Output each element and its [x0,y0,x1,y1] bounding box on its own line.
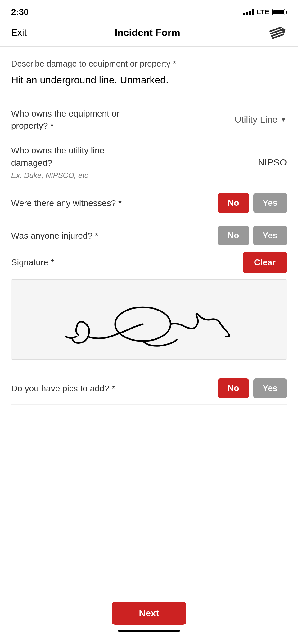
clear-button[interactable]: Clear [243,252,287,273]
injured-yes-button[interactable]: Yes [253,226,287,245]
pics-no-button[interactable]: No [218,378,249,398]
pics-yes-button[interactable]: Yes [253,378,287,398]
page-title: Incident Form [115,27,180,38]
signature-section: Signature * Clear [11,252,287,360]
witnesses-yes-button[interactable]: Yes [253,193,287,213]
lte-label: LTE [257,8,269,16]
utility-owner-label: Who owns the utility line damaged? Ex. D… [11,144,142,180]
next-button[interactable]: Next [112,602,186,625]
signature-canvas[interactable] [11,279,287,360]
who-owns-value: Utility Line [235,114,278,125]
utility-owner-value: NIPSO [258,157,287,168]
injured-btn-group: No Yes [218,226,287,245]
pics-btn-group: No Yes [218,378,287,398]
injured-row: Was anyone injured? * No Yes [11,219,287,252]
who-owns-label: Who owns the equipment or property? * [11,108,142,132]
signature-header: Signature * Clear [11,252,287,273]
home-indicator [118,630,180,632]
signature-drawing [11,280,287,359]
witnesses-row: Were there any witnesses? * No Yes [11,187,287,219]
status-time: 2:30 [11,7,29,17]
witnesses-no-button[interactable]: No [218,193,249,213]
damage-description-section: Describe damage to equipment or property… [11,59,287,86]
injured-label: Was anyone injured? * [11,230,142,242]
status-right: LTE [243,8,287,16]
signal-bars-icon [243,9,254,15]
witnesses-label: Were there any witnesses? * [11,197,142,209]
main-content: Describe damage to equipment or property… [0,47,298,467]
pics-row: Do you have pics to add? * No Yes [11,372,287,405]
utility-owner-row: Who owns the utility line damaged? Ex. D… [11,138,287,187]
form-icon [268,25,287,40]
signature-label: Signature * [11,258,54,267]
who-owns-dropdown[interactable]: Utility Line ▼ [235,114,287,125]
chevron-down-icon: ▼ [280,116,287,124]
bottom-bar: Next [0,596,298,644]
witnesses-btn-group: No Yes [218,193,287,213]
pics-label: Do you have pics to add? * [11,382,142,395]
utility-owner-sublabel: Ex. Duke, NIPSCO, etc [11,170,142,181]
who-owns-row: Who owns the equipment or property? * Ut… [11,101,287,138]
damage-label: Describe damage to equipment or property… [11,59,287,69]
exit-button[interactable]: Exit [11,27,27,38]
damage-value: Hit an underground line. Unmarked. [11,74,287,86]
injured-no-button[interactable]: No [218,226,249,245]
status-bar: 2:30 LTE [0,0,298,22]
nav-header: Exit Incident Form [0,22,298,47]
battery-icon [272,9,287,15]
